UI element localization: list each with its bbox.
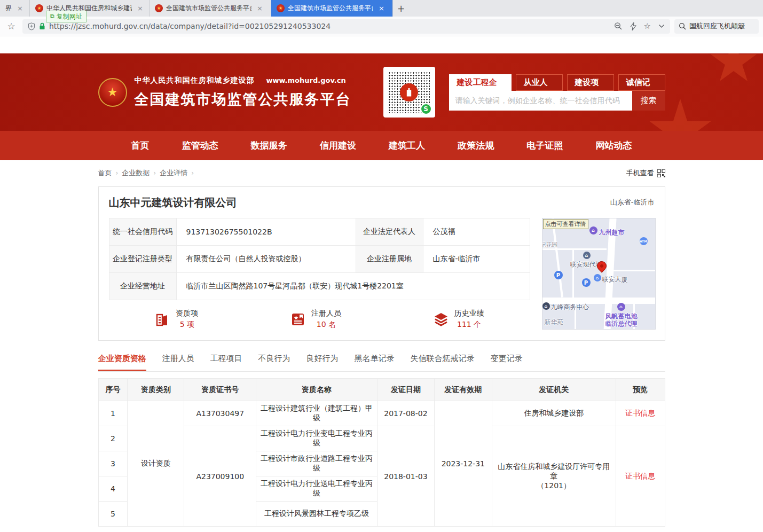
favorite-star-icon[interactable]: ☆ — [644, 21, 651, 31]
tab-qualifications[interactable]: 企业资质资格 — [98, 354, 146, 371]
shield-icon[interactable] — [28, 22, 35, 30]
stat-history-performance[interactable]: 历史业绩 111 个 — [433, 309, 484, 330]
location-map[interactable]: 点击可查看详情 ⌂ 九州超市 ATM 纪花园 ⌂ 联安现代城 ⌂ 联安大厦 P … — [542, 218, 656, 330]
url-text[interactable]: https://jzsc.mohurd.gov.cn/data/company/… — [49, 22, 610, 30]
nav-item-site-news[interactable]: 网站动态 — [595, 139, 632, 152]
nav-item-home[interactable]: 首页 — [131, 139, 150, 152]
col-header: 资质名称 — [256, 379, 377, 401]
nav-item-workers[interactable]: 建筑工人 — [389, 139, 425, 152]
map-label-supermarket: 九州超市 — [599, 228, 625, 237]
emblem-favicon-icon: ★ — [277, 4, 285, 12]
issuer-line2: （1201） — [495, 481, 612, 491]
nav-item-policy[interactable]: 政策法规 — [458, 139, 494, 152]
flash-reader-icon[interactable] — [630, 22, 636, 30]
tab-registered-personnel[interactable]: 注册人员 — [162, 354, 194, 371]
mobile-view-label: 手机查看 — [626, 168, 654, 178]
issuer: 住房和城乡建设部 — [492, 401, 616, 426]
browser-toolbar: ☆ https://jzsc.mohurd.gov.cn/data/compan… — [0, 17, 763, 36]
table-header-row: 序号 资质类别 资质证书号 资质名称 发证日期 发证有效期 发证机关 预览 — [98, 379, 665, 401]
wechat-icon: S — [420, 103, 432, 115]
browser-tab-0[interactable]: 界 × — [0, 0, 30, 17]
chevron-down-icon[interactable] — [658, 24, 665, 28]
nav-item-credit[interactable]: 信用建设 — [320, 139, 356, 152]
zoom-out-icon[interactable] — [614, 22, 623, 30]
breadcrumb-company-data[interactable]: 企业数据 — [122, 168, 150, 178]
qualification-name: 工程设计风景园林工程专项乙级 — [256, 502, 377, 527]
search-tab-credit[interactable]: 诚信记录 — [618, 74, 665, 91]
tab-change-records[interactable]: 变更记录 — [491, 354, 523, 371]
browser-search-box[interactable]: 国航回应飞机颠簸 — [674, 19, 759, 34]
tab-title: 全国建筑市场监管公共服务平台 — [166, 4, 251, 13]
new-tab-button[interactable]: + — [393, 0, 409, 17]
emblem-star-glyph: ★ — [107, 85, 118, 99]
col-header: 资质类别 — [128, 379, 184, 401]
issuer: 山东省住房和城乡建设厅许可专用章 （1201） — [492, 426, 616, 527]
mobile-view-button[interactable]: 手机查看 — [626, 168, 665, 178]
tab-close-icon[interactable]: × — [17, 4, 23, 12]
emblem-favicon-icon: ★ — [35, 4, 43, 12]
copy-icon: ⧉ — [50, 11, 54, 22]
tab-blacklist[interactable]: 黑名单记录 — [355, 354, 395, 371]
registration-type-value: 有限责任公司（自然人投资或控股） — [176, 246, 356, 273]
map-road — [551, 218, 563, 297]
address-bar[interactable]: https://jzsc.mohurd.gov.cn/data/company/… — [22, 19, 670, 34]
row-no: 4 — [98, 476, 128, 502]
row-no: 5 — [98, 502, 128, 527]
tab-projects[interactable]: 工程项目 — [210, 354, 242, 371]
breadcrumb-home[interactable]: 首页 — [98, 168, 112, 178]
table-row: 1 设计资质 A137030497 工程设计建筑行业（建筑工程）甲级 2017-… — [98, 401, 665, 426]
stat-registered-personnel[interactable]: 注册人员 10 名 — [290, 309, 341, 330]
search-tab-project[interactable]: 建设项目 — [567, 74, 614, 91]
atm-poi-icon: ATM — [640, 237, 648, 245]
nav-item-supervision[interactable]: 监管动态 — [182, 139, 218, 152]
nav-item-e-license[interactable]: 电子证照 — [526, 139, 563, 152]
issuer-line1: 山东省住房和城乡建设厅许可专用章 — [495, 462, 612, 481]
browser-tab-2[interactable]: ★ 全国建筑市场监管公共服务平台 × — [150, 0, 271, 17]
breadcrumb: 首页 › 企业数据 › 企业详情 › 手机查看 — [98, 168, 665, 178]
search-submit-button[interactable]: 搜索 — [632, 91, 665, 111]
col-header: 发证有效期 — [434, 379, 492, 401]
qualification-table: 序号 资质类别 资质证书号 资质名称 发证日期 发证有效期 发证机关 预览 1 … — [98, 378, 665, 527]
bookmark-star-icon[interactable]: ☆ — [4, 21, 18, 32]
browser-tab-strip: 界 × ★ 中华人民共和国住房和城乡建设 × ★ 全国建筑市场监管公共服务平台 … — [0, 0, 763, 17]
copy-url-label: 复制网址 — [57, 11, 82, 22]
col-header: 资质证书号 — [184, 379, 256, 401]
search-tab-enterprise[interactable]: 建设工程企业 — [449, 74, 512, 91]
stat-label: 注册人员 — [311, 309, 341, 318]
tab-close-icon[interactable]: × — [257, 4, 263, 12]
tab-good-behavior[interactable]: 良好行为 — [306, 354, 339, 371]
table-row: 企业经营地址 临沂市兰山区陶然路107号星河晶都（联安）现代城1号楼2201室 — [109, 273, 530, 300]
browser-tab-3-active[interactable]: ★ 全国建筑市场监管公共服务平台 × — [271, 0, 393, 17]
map-road — [572, 248, 574, 298]
search-tab-personnel[interactable]: 从业人员 — [516, 74, 563, 91]
main-content: 首页 › 企业数据 › 企业详情 › 手机查看 山东中元建筑设计有限公司 山东省… — [98, 168, 665, 527]
stat-qualifications[interactable]: 资质项 5 项 — [154, 309, 198, 330]
breadcrumb-company-detail[interactable]: 企业详情 — [160, 168, 187, 178]
tab-close-icon[interactable]: × — [137, 4, 143, 12]
keyword-search-input[interactable] — [449, 91, 632, 111]
primary-navigation: 首页 监管动态 数据服务 信用建设 建筑工人 政策法规 电子证照 网站动态 — [0, 131, 763, 160]
building-poi-icon: ⌂ — [583, 252, 591, 259]
battery-poi-icon: ⌂ — [617, 303, 625, 311]
company-region: 山东省-临沂市 — [610, 198, 655, 207]
cert-number: A237009100 — [184, 426, 256, 527]
certificate-info-link[interactable]: 证书信息 — [625, 409, 655, 417]
https-lock-icon — [39, 22, 45, 30]
legal-rep-value: 公茂福 — [423, 218, 530, 246]
hot-search-text[interactable]: 国航回应飞机颠簸 — [689, 21, 745, 31]
qualification-category: 设计资质 — [128, 401, 184, 527]
certificate-info-link[interactable]: 证书信息 — [625, 472, 655, 480]
tab-close-icon[interactable]: × — [379, 4, 384, 12]
nav-item-data-service[interactable]: 数据服务 — [251, 139, 287, 152]
tab-dishonesty-records[interactable]: 失信联合惩戒记录 — [411, 354, 475, 371]
ministry-website: www.mohurd.gov.cn — [266, 76, 345, 84]
parking-poi-icon: P — [582, 278, 591, 287]
company-summary-card: 山东中元建筑设计有限公司 山东省-临沂市 统一社会信用代码 9137130267… — [98, 186, 665, 341]
site-header: ★ 中华人民共和国住房和城乡建设部 www.mohurd.gov.cn 全国建筑… — [0, 53, 763, 131]
building-icon — [154, 311, 170, 327]
map-hint-label: 点击可查看详情 — [543, 219, 588, 229]
breadcrumb-separator: › — [116, 169, 119, 177]
tab-bad-behavior[interactable]: 不良行为 — [258, 354, 290, 371]
platform-title: 全国建筑市场监管公共服务平台 — [135, 90, 351, 109]
col-header: 预览 — [616, 379, 665, 401]
